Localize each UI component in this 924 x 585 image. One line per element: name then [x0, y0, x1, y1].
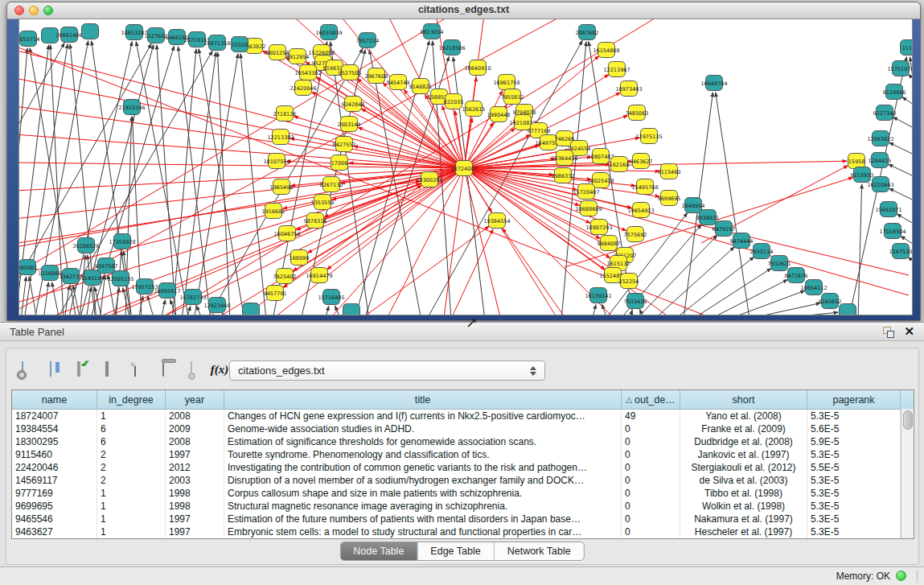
- graph-node[interactable]: 16154808: [593, 43, 619, 58]
- graph-node[interactable]: 1965498: [270, 179, 294, 195]
- graph-node[interactable]: [243, 303, 260, 315]
- graph-node[interactable]: 7955812: [501, 89, 524, 105]
- edge[interactable]: [51, 282, 60, 315]
- graph-node[interactable]: 9115460: [658, 164, 681, 179]
- edge[interactable]: [858, 184, 862, 315]
- clear-selection-button[interactable]: [96, 358, 118, 381]
- table-row[interactable]: 1872400712008Changes of HCN gene express…: [12, 410, 914, 422]
- graph-node[interactable]: 822035: [444, 94, 464, 109]
- graph-node[interactable]: 20691406: [55, 27, 82, 43]
- graph-node[interactable]: 9527505: [339, 65, 362, 80]
- edge[interactable]: [157, 45, 176, 315]
- edge[interactable]: [29, 277, 37, 315]
- table-row[interactable]: 969969511998Structural magnetic resonanc…: [12, 500, 914, 513]
- edge[interactable]: [178, 47, 211, 315]
- graph-node[interactable]: 16961758: [493, 75, 519, 90]
- graph-node[interactable]: 6479197: [713, 221, 736, 237]
- edge[interactable]: [197, 306, 203, 315]
- edge[interactable]: [908, 75, 912, 93]
- graph-node[interactable]: 15526: [232, 37, 248, 52]
- edge-selected[interactable]: [19, 168, 464, 191]
- graph-node[interactable]: 16648784: [700, 76, 727, 91]
- edge[interactable]: [218, 52, 230, 315]
- graph-node[interactable]: 16210643: [867, 177, 893, 192]
- graph-node[interactable]: 2903144: [338, 117, 361, 132]
- graph-node[interactable]: 17006: [331, 155, 348, 171]
- edge[interactable]: [902, 97, 912, 116]
- graph-node[interactable]: 1527602: [145, 28, 168, 43]
- edge[interactable]: [741, 303, 820, 315]
- graph-node[interactable]: 9699695: [658, 191, 681, 206]
- table-row[interactable]: 977716911998Corpus callosum shape and si…: [12, 487, 914, 500]
- graph-node[interactable]: 18640910: [464, 60, 491, 76]
- table-row[interactable]: 1830029562008Estimation of significance …: [12, 435, 914, 448]
- close-panel-icon[interactable]: ✕: [904, 324, 914, 339]
- graph-node[interactable]: 7485063: [626, 105, 649, 121]
- graph-node[interactable]: 7575692: [624, 227, 647, 242]
- graph-node[interactable]: 9457791: [264, 286, 287, 301]
- graph-node[interactable]: [82, 24, 99, 39]
- graph-node[interactable]: 9227343: [873, 105, 897, 121]
- graph-node[interactable]: 12975135: [635, 129, 662, 144]
- graph-node[interactable]: 1342737: [60, 269, 83, 284]
- edge[interactable]: [893, 117, 912, 137]
- edge[interactable]: [73, 286, 80, 315]
- edge[interactable]: [889, 142, 912, 163]
- table-source-dropdown[interactable]: citations_edges.txt: [229, 360, 545, 381]
- column-header-out_de[interactable]: △out_de…: [622, 390, 680, 409]
- column-header-pagerank[interactable]: pagerank: [807, 390, 901, 409]
- graph-node[interactable]: 22420046: [290, 80, 316, 96]
- column-header-short[interactable]: short: [680, 390, 807, 409]
- edge[interactable]: [86, 287, 91, 315]
- graph-node[interactable]: 8471676: [785, 268, 808, 283]
- edge-selected[interactable]: [357, 79, 464, 168]
- edge[interactable]: [43, 282, 48, 315]
- edge-selected[interactable]: [503, 229, 565, 315]
- graph-node[interactable]: 7625402: [273, 269, 297, 284]
- tab-edge-table[interactable]: Edge Table: [417, 542, 493, 560]
- graph-node[interactable]: 2935114: [750, 244, 774, 259]
- graph-node[interactable]: 1167533: [889, 244, 912, 259]
- graph-node[interactable]: 8813054: [421, 24, 444, 39]
- graph-node[interactable]: 7857224: [356, 33, 380, 48]
- import-table-button[interactable]: ×: [180, 358, 203, 381]
- graph-node[interactable]: 1916682: [262, 204, 285, 219]
- graph-node[interactable]: 15751074: [887, 61, 912, 76]
- graph-node[interactable]: 8267130: [320, 177, 343, 192]
- edge-selected[interactable]: [294, 117, 464, 168]
- edge[interactable]: [21, 277, 27, 315]
- edge[interactable]: [629, 310, 632, 315]
- graph-node[interactable]: 10688609: [575, 201, 602, 216]
- edge[interactable]: [592, 305, 596, 315]
- table-row[interactable]: 1938455462009Genome-wide association stu…: [12, 422, 914, 435]
- graph-node[interactable]: 10654112: [800, 280, 827, 295]
- column-settings-button[interactable]: [11, 358, 34, 381]
- table-row[interactable]: 946554611997Estimation of the future num…: [12, 513, 914, 525]
- graph-node[interactable]: 19654923: [627, 203, 654, 218]
- graph-node[interactable]: 12923448: [203, 298, 230, 313]
- delete-table-button[interactable]: [152, 358, 175, 381]
- edge[interactable]: [240, 54, 266, 315]
- memory-indicator[interactable]: [896, 571, 906, 581]
- table-row[interactable]: 1456911722003Disruption of a novel membe…: [12, 474, 914, 487]
- network-canvas[interactable]: 1872400718300295193845547463822860125489…: [19, 19, 912, 315]
- graph-node[interactable]: 9055714: [19, 31, 39, 47]
- edge-selected[interactable]: [275, 168, 464, 315]
- edge[interactable]: [910, 57, 912, 315]
- edge-selected[interactable]: [452, 229, 493, 315]
- graph-node[interactable]: 8427552: [333, 137, 356, 152]
- graph-node[interactable]: 9242848: [342, 97, 365, 112]
- graph-node[interactable]: 21915346: [118, 100, 145, 115]
- table-row[interactable]: 946362711997Embryonic stem cells: a mode…: [12, 525, 914, 538]
- select-all-button[interactable]: [68, 358, 90, 381]
- graph-node[interactable]: 7932621: [768, 256, 791, 271]
- graph-node[interactable]: 8454749: [387, 75, 410, 90]
- graph-node[interactable]: 1353559: [311, 195, 335, 210]
- graph-node[interactable]: 162160: [610, 157, 630, 172]
- graph-node[interactable]: 7986332: [552, 168, 575, 183]
- graph-node[interactable]: 9245652: [819, 294, 842, 309]
- function-builder-button[interactable]: f(x): [208, 358, 231, 381]
- tab-node-table[interactable]: Node Table: [340, 542, 417, 560]
- graph-node[interactable]: 2967608: [365, 68, 388, 84]
- new-table-button[interactable]: [124, 358, 146, 381]
